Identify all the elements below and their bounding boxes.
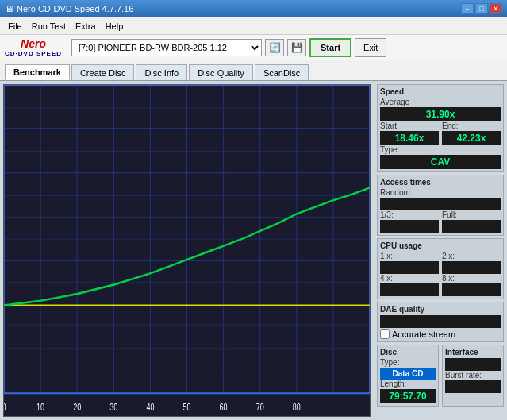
menu-help[interactable]: Help: [101, 20, 129, 33]
tab-disc-quality[interactable]: Disc Quality: [189, 64, 253, 80]
start-button[interactable]: Start: [309, 38, 351, 57]
title-bar-controls: − □ ✕: [461, 3, 502, 14]
interface-title: Interface: [445, 348, 501, 356]
menu-run-test[interactable]: Run Test: [27, 20, 71, 33]
start-value: 18.46x: [380, 131, 439, 145]
chart-svg: 0 10 20 30 40 50 60 70 80 8 X 16 X 24 X …: [4, 85, 370, 416]
exit-button[interactable]: Exit: [355, 38, 386, 57]
full-label: Full:: [442, 210, 501, 219]
cpu-8x-label: 8 x:: [442, 274, 501, 283]
svg-text:40: 40: [146, 401, 154, 412]
average-label: Average: [380, 98, 501, 106]
cpu-section: CPU usage 1 x: 2 x: 4 x: 8 x:: [377, 238, 504, 299]
disc-length-label: Length:: [380, 380, 436, 388]
tab-create-disc[interactable]: Create Disc: [71, 64, 134, 80]
chart-area: Disc Quality: [3, 84, 371, 417]
refresh-button[interactable]: 🔄: [265, 39, 284, 56]
random-label: Random:: [380, 188, 501, 197]
svg-text:60: 60: [220, 401, 228, 412]
right-panel: Speed Average 31.90x Start: 18.46x End: …: [374, 81, 507, 420]
access-section: Access times Random: 1/3: Full:: [377, 175, 504, 236]
random-value: [380, 198, 501, 210]
stream-label: stream: [428, 329, 455, 339]
svg-text:0: 0: [4, 401, 6, 412]
menu-extra[interactable]: Extra: [71, 20, 101, 33]
interface-section: Interface Burst rate:: [442, 345, 504, 407]
svg-text:80: 80: [293, 401, 301, 412]
minimize-button[interactable]: −: [461, 3, 474, 14]
end-value: 42.23x: [442, 131, 501, 145]
cpu-2x-label: 2 x:: [442, 252, 501, 260]
toolbar: Nero CD·DVD SPEED [7:0] PIONEER BD-RW BD…: [0, 35, 507, 60]
menu-bar: File Run Test Extra Help: [0, 17, 507, 35]
disc-type-section: Disc Type: Data CD Length: 79:57.70: [377, 345, 439, 407]
cpu-4x-label: 4 x:: [380, 274, 439, 283]
close-button[interactable]: ✕: [490, 3, 502, 14]
one-third-label: 1/3:: [380, 210, 439, 219]
burst-label: Burst rate:: [445, 371, 501, 380]
drive-select[interactable]: [7:0] PIONEER BD-RW BDR-205 1.12: [71, 39, 262, 56]
type-value: CAV: [380, 155, 501, 169]
end-label: End:: [442, 121, 501, 130]
disc-type-label: Type:: [380, 358, 436, 367]
cpu-1x-value: [380, 261, 439, 274]
accurate-stream-row: Accurate stream: [380, 329, 501, 339]
start-label: Start:: [380, 121, 439, 130]
tabs: Benchmark Create Disc Disc Info Disc Qua…: [0, 60, 507, 81]
accurate-label: Accurate: [392, 329, 426, 339]
svg-text:50: 50: [182, 401, 190, 412]
disc-type-value: Data CD: [380, 368, 436, 380]
cpu-title: CPU usage: [380, 241, 501, 250]
maximize-button[interactable]: □: [475, 3, 488, 14]
tab-benchmark[interactable]: Benchmark: [5, 64, 70, 80]
disc-length-value: 79:57.70: [380, 389, 436, 403]
full-value: [442, 220, 501, 233]
tab-disc-info[interactable]: Disc Info: [136, 64, 187, 80]
cpu-2x-value: [442, 261, 501, 274]
dae-value: [380, 315, 501, 328]
speed-section: Speed Average 31.90x Start: 18.46x End: …: [377, 84, 504, 172]
svg-text:10: 10: [36, 401, 44, 412]
type-label: Type:: [380, 145, 501, 154]
average-value: 31.90x: [380, 107, 501, 121]
title-bar-title: 🖥 Nero CD-DVD Speed 4.7.7.16: [5, 4, 133, 13]
menu-file[interactable]: File: [3, 20, 27, 33]
dae-title: DAE quality: [380, 305, 501, 314]
dae-section: DAE quality Accurate stream: [377, 302, 504, 342]
cpu-4x-value: [380, 283, 439, 296]
accurate-stream-checkbox[interactable]: [380, 329, 390, 339]
bottom-panels: Disc Type: Data CD Length: 79:57.70 Inte…: [377, 345, 504, 407]
svg-text:70: 70: [256, 401, 264, 412]
speed-title: Speed: [380, 87, 501, 96]
app-icon: 🖥: [5, 4, 13, 13]
svg-text:30: 30: [109, 401, 117, 412]
interface-value: [445, 358, 501, 371]
save-button[interactable]: 💾: [287, 39, 306, 56]
svg-text:20: 20: [73, 401, 81, 412]
nero-logo: Nero CD·DVD SPEED: [5, 37, 62, 57]
main-content: Disc Quality: [0, 81, 507, 420]
cpu-8x-value: [442, 283, 501, 296]
tab-scan-disc[interactable]: ScanDisc: [255, 64, 309, 80]
burst-value: [445, 380, 501, 393]
cpu-1x-label: 1 x:: [380, 252, 439, 260]
one-third-value: [380, 220, 439, 233]
access-title: Access times: [380, 178, 501, 187]
disc-title: Disc: [380, 348, 436, 356]
title-bar: 🖥 Nero CD-DVD Speed 4.7.7.16 − □ ✕: [0, 0, 507, 17]
